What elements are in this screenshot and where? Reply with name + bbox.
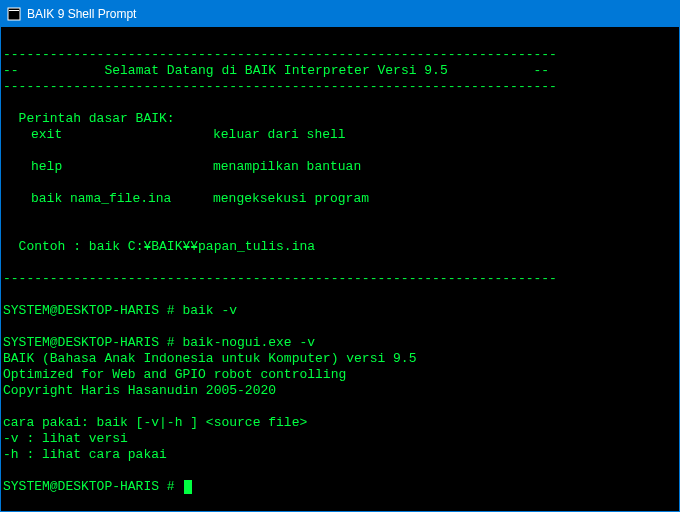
typed-command: baik-nogui.exe -v: [182, 335, 315, 350]
svg-rect-1: [9, 10, 19, 11]
dash-suffix: --: [534, 63, 550, 78]
output-line: Optimized for Web and GPIO robot control…: [3, 367, 346, 382]
cmd-row: baik nama_file.inamengeksekusi program: [3, 191, 673, 207]
shell-prompt: SYSTEM@DESKTOP-HARIS #: [3, 479, 175, 494]
commands-header: Perintah dasar BAIK:: [3, 111, 175, 126]
svg-rect-0: [8, 8, 20, 20]
titlebar[interactable]: BAIK 9 Shell Prompt: [1, 1, 679, 27]
dashes-bottom: ----------------------------------------…: [3, 271, 557, 286]
cmd-desc: mengeksekusi program: [213, 191, 673, 207]
cmd-name: help: [3, 159, 213, 175]
cmd-name: baik nama_file.ina: [3, 191, 213, 207]
cmd-desc: keluar dari shell: [213, 127, 673, 143]
usage-line: -h : lihat cara pakai: [3, 447, 167, 462]
terminal-window: BAIK 9 Shell Prompt --------------------…: [0, 0, 680, 512]
app-icon: [7, 7, 21, 21]
shell-prompt: SYSTEM@DESKTOP-HARIS #: [3, 335, 175, 350]
output-line: Copyright Haris Hasanudin 2005-2020: [3, 383, 276, 398]
cursor: [184, 480, 192, 494]
welcome-text: Selamat Datang di BAIK Interpreter Versi…: [104, 63, 447, 78]
cmd-row: exitkeluar dari shell: [3, 127, 673, 143]
dashes-mid: ----------------------------------------…: [3, 79, 557, 94]
typed-command: baik -v: [182, 303, 237, 318]
window-title: BAIK 9 Shell Prompt: [27, 7, 136, 21]
example-label: Contoh :: [3, 239, 89, 254]
usage-line: -v : lihat versi: [3, 431, 128, 446]
cmd-desc: menampilkan bantuan: [213, 159, 673, 175]
dashes-top: ----------------------------------------…: [3, 47, 557, 62]
output-line: BAIK (Bahasa Anak Indonesia untuk Komput…: [3, 351, 416, 366]
usage-header: cara pakai: baik [-v|-h ] <source file>: [3, 415, 307, 430]
cmd-row: helpmenampilkan bantuan: [3, 159, 673, 175]
cmd-name: exit: [3, 127, 213, 143]
dash-prefix: --: [3, 63, 19, 78]
terminal-content[interactable]: ----------------------------------------…: [1, 27, 679, 511]
shell-prompt: SYSTEM@DESKTOP-HARIS #: [3, 303, 175, 318]
example-path: baik C:¥BAIK¥¥papan_tulis.ina: [89, 239, 315, 254]
